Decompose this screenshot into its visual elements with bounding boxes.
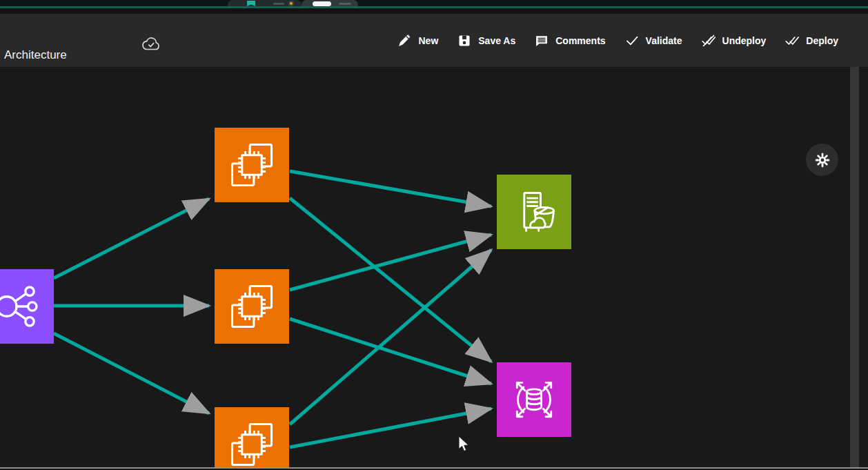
new-label: New: [418, 35, 438, 46]
tab-title-fragment: [339, 3, 351, 5]
comments-button[interactable]: Comments: [535, 34, 605, 48]
canvas-settings-button[interactable]: [806, 144, 838, 176]
validate-label: Validate: [646, 35, 682, 46]
gear-icon: [814, 152, 831, 168]
save-as-label: Save As: [478, 35, 515, 46]
double-check-icon: [785, 34, 799, 48]
cloud-check-icon: [141, 36, 161, 52]
vertical-scrollbar-thumb[interactable]: [850, 67, 859, 467]
save-as-button[interactable]: Save As: [457, 34, 515, 48]
node-database[interactable]: [497, 362, 571, 437]
pencil-icon: [397, 34, 411, 48]
diagram-title-input[interactable]: [3, 48, 138, 68]
edge-load-balancer-to-ec2-instance-1: [54, 199, 209, 278]
editor-header: New Save As Comments: [0, 14, 868, 67]
tab-title-fragment: [273, 3, 284, 5]
storage-bucket-icon: [508, 186, 560, 238]
edge-ec2-instance-2-to-storage: [290, 235, 491, 290]
tab-favicon-icon: [247, 1, 255, 6]
diagram-canvas[interactable]: [0, 67, 868, 470]
edge-ec2-instance-2-to-database: [290, 319, 491, 384]
double-check-slash-icon: [702, 34, 716, 48]
ec2-instances-icon: [226, 139, 278, 191]
window-gap: [0, 8, 868, 14]
app-window: New Save As Comments: [0, 0, 868, 470]
deploy-button[interactable]: Deploy: [785, 34, 838, 48]
edge-ec2-instance-1-to-database: [290, 198, 491, 362]
tab-pill-icon: [313, 1, 331, 6]
browser-tab-fragment-2[interactable]: [302, 0, 358, 6]
load-balancer-icon: [0, 280, 43, 333]
deploy-label: Deploy: [806, 35, 838, 46]
node-load-balancer[interactable]: [0, 269, 54, 344]
database-scale-icon: [508, 373, 560, 426]
edge-ec2-instance-1-to-storage: [290, 171, 491, 206]
browser-tab-fragment[interactable]: [228, 0, 302, 6]
new-button[interactable]: New: [397, 34, 438, 48]
edge-ec2-instance-3-to-storage: [290, 250, 491, 424]
validate-button[interactable]: Validate: [625, 34, 682, 48]
node-ec2-instance-2[interactable]: [215, 269, 289, 344]
diagram-edges-layer: [0, 67, 868, 470]
canvas-bottom-border: [0, 467, 868, 469]
comments-label: Comments: [555, 35, 605, 46]
undeploy-button[interactable]: Undeploy: [702, 34, 767, 48]
comments-icon: [535, 34, 549, 48]
undeploy-label: Undeploy: [722, 35, 767, 46]
toolbar: New Save As Comments: [397, 14, 838, 67]
edge-ec2-instance-3-to-database: [290, 409, 491, 447]
node-ec2-instance-3[interactable]: [215, 407, 289, 470]
browser-tab-strip: [0, 0, 868, 6]
node-storage[interactable]: [497, 175, 571, 249]
check-icon: [625, 34, 639, 48]
tab-badge-icon: [288, 1, 294, 6]
save-icon: [457, 34, 471, 48]
edge-load-balancer-to-ec2-instance-3: [54, 333, 209, 413]
node-ec2-instance-1[interactable]: [215, 128, 289, 202]
ec2-instances-icon: [226, 280, 278, 333]
ec2-instances-icon: [226, 418, 278, 470]
